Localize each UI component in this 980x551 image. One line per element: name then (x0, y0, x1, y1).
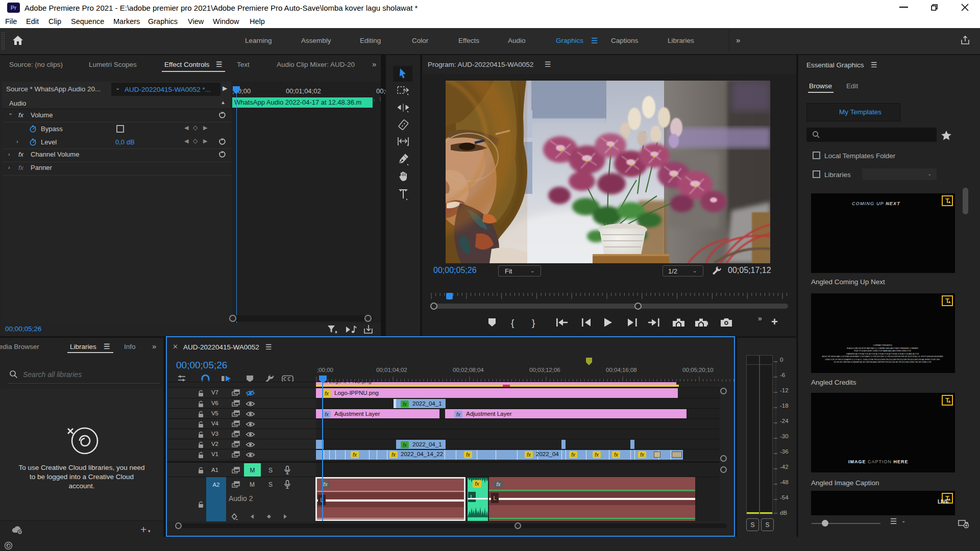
svg-text:{: { (511, 317, 514, 328)
svg-text:}: } (532, 317, 535, 328)
